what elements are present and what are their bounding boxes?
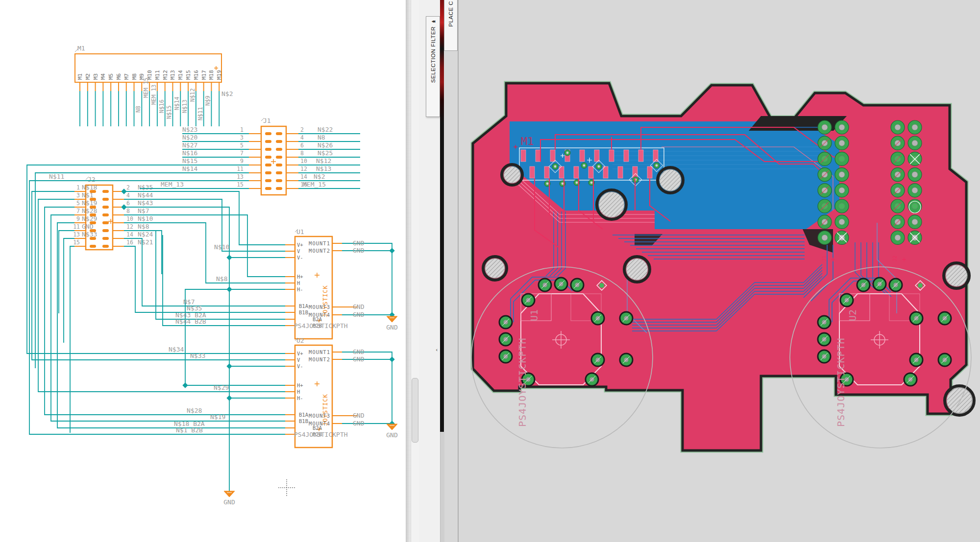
smd-pad[interactable] [594, 150, 599, 162]
place-component-tab[interactable]: PLACE C [444, 0, 458, 51]
wire-junction [121, 189, 126, 194]
wire[interactable] [185, 289, 285, 385]
pin-name: M4 [100, 73, 106, 80]
wire[interactable] [64, 238, 74, 343]
component-u2[interactable]: U2JOYSTICKV+VV-H+HH-B1AB1BB2AB2BMOUNT1MO… [285, 337, 348, 448]
pin-name: B1A [299, 303, 309, 309]
smd-pad[interactable] [544, 166, 549, 178]
wire[interactable] [70, 246, 74, 433]
net-label: N$14 [173, 96, 180, 110]
pin-name: M3 [93, 73, 99, 80]
net-label: MEM_13 [150, 84, 157, 105]
net-label: N$27 [182, 141, 197, 149]
smd-pad[interactable] [521, 150, 526, 162]
mounting-hole[interactable] [599, 192, 624, 217]
mounting-hole[interactable] [946, 265, 967, 286]
gnd-symbol[interactable]: GND [386, 316, 398, 331]
pin-number: 12 [300, 165, 307, 172]
gnd-symbol[interactable]: GND [223, 491, 235, 506]
wire[interactable] [29, 181, 285, 434]
ref-label: M1 [77, 45, 85, 52]
smd-pad[interactable] [638, 150, 643, 162]
board-ref-m1: M1 [521, 135, 534, 147]
ref-label: J2 [88, 176, 96, 183]
divider-collapse-chevron[interactable]: ‹ [436, 347, 438, 353]
smd-pad[interactable] [574, 166, 579, 178]
smd-pad[interactable] [618, 166, 623, 178]
pin-name: M6 [116, 73, 122, 80]
origin-cross-icon [214, 66, 218, 70]
smd-pad[interactable] [624, 150, 629, 162]
pin-name: M7 [123, 73, 130, 80]
net-label: N$19 [82, 199, 97, 207]
pin-name: MOUNT2 [309, 356, 330, 362]
net-label: GND [353, 247, 365, 254]
mounting-hole[interactable] [485, 259, 505, 278]
window-divider [440, 0, 444, 432]
net-label: N$33 [82, 231, 97, 238]
mounting-hole[interactable] [947, 388, 972, 413]
wire[interactable] [59, 231, 74, 313]
net-label: N$19 [210, 413, 225, 421]
wire[interactable] [124, 238, 285, 306]
smd-pad[interactable] [588, 166, 593, 178]
pin-name: V- [297, 255, 303, 260]
pin-number: 8 [300, 150, 304, 157]
smd-pad[interactable] [633, 166, 637, 178]
pin-name: M13 [170, 70, 176, 80]
origin-cross-icon [315, 273, 319, 278]
net-label: GND [82, 223, 94, 230]
smd-pad[interactable] [603, 166, 608, 178]
pin-name: M1 [77, 73, 83, 80]
net-label: N$15 [182, 157, 197, 165]
scrollbar-thumb[interactable] [412, 378, 418, 443]
net-label: N$34 [169, 346, 184, 353]
selection-filter-tab[interactable]: ◀◀ SELECTION FILTER [426, 16, 440, 117]
smd-pad[interactable] [580, 150, 585, 162]
pin-name: V+ [297, 351, 303, 356]
net-label: N$7 [138, 207, 149, 214]
net-label: N$15 [166, 105, 172, 119]
pin-name: M15 [185, 70, 192, 80]
smd-pad[interactable] [550, 150, 555, 162]
mounting-hole[interactable] [626, 259, 648, 280]
smd-pad[interactable] [647, 166, 652, 178]
schematic-vertical-scrollbar[interactable] [411, 0, 419, 542]
pin-number: 14 [300, 173, 307, 180]
smd-pad[interactable] [609, 150, 614, 162]
smd-pad[interactable] [530, 166, 535, 178]
collapse-arrows-icon[interactable]: ◀◀ [432, 19, 435, 24]
j1-wires[interactable] [27, 134, 360, 434]
net-label: N$11 [49, 173, 64, 180]
pin-name: M18 [208, 70, 215, 80]
smd-pad[interactable] [536, 150, 540, 162]
pin-name: H+ [297, 274, 303, 280]
wire-junction [226, 363, 232, 369]
net-label: N$13 [181, 99, 188, 113]
gnd-symbol[interactable]: GND [386, 424, 398, 439]
component-m1[interactable]: M1M1M2M3M4M5M6M7M8M9N8M10MEM_15M11MEM_13… [75, 45, 233, 126]
pin-number: 13 [237, 173, 244, 180]
mounting-hole[interactable] [660, 169, 681, 191]
net-wires[interactable] [32, 189, 285, 491]
mounting-hole[interactable] [504, 166, 520, 183]
wire-junction [389, 248, 394, 253]
component-u1[interactable]: U1JOYSTICKV+VV-H+HH-B1AB1BB2AB2BMOUNT1MO… [285, 228, 348, 339]
wire[interactable] [124, 246, 285, 312]
pin-number: 15 [73, 239, 80, 246]
pin-name: MOUNT1 [309, 240, 330, 246]
net-label: N$18 [82, 184, 97, 191]
wire[interactable] [342, 243, 392, 316]
net-label: N$44 B2B [175, 318, 206, 325]
pin-number: 1 [240, 126, 244, 133]
board-ref-j2: J2 [892, 256, 898, 261]
gnd-nets[interactable]: GNDGNDGNDGNDGNDGNDGNDGNDGNDGNDGND [223, 239, 398, 506]
board-canvas[interactable]: M1J1J2PS4JOYSTICKPTHU1PS4JOYSTICKPTHU2 [459, 0, 980, 542]
net-label: N$10 [138, 215, 153, 222]
pin-name: MOUNT1 [309, 349, 330, 355]
footprint-label: PS4JOYSTICKPTH [835, 337, 847, 427]
wire[interactable] [342, 352, 392, 423]
net-label: N$10 [214, 243, 229, 251]
schematic-canvas[interactable]: M1M1M2M3M4M5M6M7M8M9N8M10MEM_15M11MEM_13… [0, 0, 411, 542]
pin-number: 11 [237, 165, 244, 172]
